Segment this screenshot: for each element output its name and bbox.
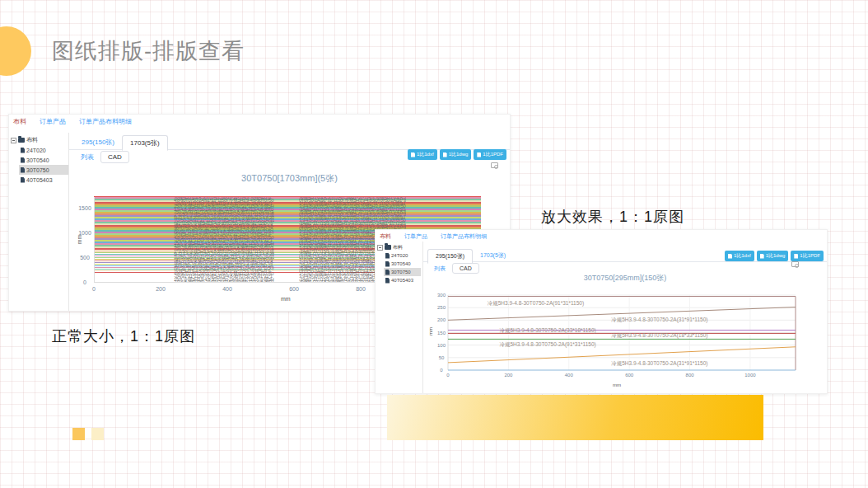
tree-node-40T05403[interactable]: 40T05403 [19, 175, 68, 185]
save-image-icon[interactable] [791, 261, 799, 267]
top-tab-订单产品[interactable]: 订单产品 [404, 233, 427, 239]
x-tick-label: 0 [92, 286, 96, 292]
slide: 图纸排版-排版查看 布料订单产品订单产品布料明细 布料24T02030T0540… [0, 0, 868, 488]
export-button-1比1dwg[interactable]: 1比1dwg [440, 149, 472, 160]
collapse-icon[interactable] [11, 138, 16, 143]
tree-node-label: 30T0540 [391, 261, 411, 266]
x-axis-title: mm [281, 296, 291, 302]
export-button-label: 1比1dwg [449, 151, 469, 158]
x-tick-label: 1000 [744, 373, 755, 378]
size-tab-295(150张)[interactable]: 295(150张) [427, 249, 473, 264]
export-button-1比1PDF[interactable]: 1比1PDF [474, 149, 506, 160]
caption-zoom-effect: 放大效果，1：1原图 [541, 207, 684, 227]
size-tabs: 295(150张)1703(5张) [69, 134, 510, 150]
y-axis-title: mm [77, 235, 82, 245]
tree-node-30T0750[interactable]: 30T0750 [384, 268, 421, 276]
chart-title: 30T0750[295mm](150张) [423, 273, 827, 284]
top-nav-tabs: 布料订单产品订单产品布料明细 [13, 117, 145, 126]
x-tick-label: 800 [356, 286, 366, 292]
tree-node-30T0750[interactable]: 30T0750 [19, 165, 68, 175]
tree-node-30T0540[interactable]: 30T0540 [19, 155, 68, 165]
export-buttons: 1比1dxf1比1dwg1比1PDF [725, 251, 824, 261]
decorative-square [91, 428, 104, 440]
y-axis-title: mm [428, 327, 433, 336]
view-tab-列表[interactable]: 列表 [74, 151, 100, 163]
document-icon [21, 167, 25, 173]
strip-label: 冷规5H3.9-4.8-30T0750-2A(33*18*1150) [499, 327, 595, 334]
tree-node-24T020[interactable]: 24T020 [19, 145, 68, 155]
document-icon [385, 270, 390, 275]
x-tick-label: 400 [222, 286, 232, 292]
top-tab-订单产品布料明细[interactable]: 订单产品布料明细 [79, 118, 132, 125]
size-tab-1703(5张)[interactable]: 1703(5张) [473, 249, 513, 262]
y-tick-label: 200 [437, 317, 446, 322]
document-icon [21, 177, 25, 183]
file-icon [477, 152, 481, 157]
top-tab-布料[interactable]: 布料 [13, 118, 26, 125]
y-tick-label: 0 [83, 279, 86, 285]
export-buttons: 1比1dxf1比1dwg1比1PDF [408, 149, 506, 160]
file-icon [728, 254, 732, 259]
strip-label: 冷规5H3.9-4.8-30T0750-2A(31*91*1150) [611, 317, 707, 323]
tree-node-label: 24T020 [391, 253, 408, 258]
decorative-square [72, 428, 85, 440]
document-icon [385, 261, 390, 267]
y-axis-line [94, 197, 95, 282]
x-tick-label: 800 [686, 373, 694, 378]
strip-label: 冷规5H3.9-4.8-30T0750-2A(91*31*1150) [488, 300, 584, 307]
file-icon [411, 152, 415, 157]
y-tick-label: 50 [439, 355, 445, 360]
view-tabs: 列表CAD [69, 151, 129, 163]
tree-node-label: 30T0540 [26, 157, 49, 163]
folder-icon [18, 138, 25, 143]
export-button-label: 1比1dxf [417, 151, 434, 158]
view-tab-CAD[interactable]: CAD [100, 151, 129, 163]
top-tab-订单产品布料明细[interactable]: 订单产品布料明细 [441, 233, 487, 239]
y-tick-label: 300 [437, 293, 446, 298]
export-button-label: 1比1dwg [766, 252, 786, 260]
tree-node-root[interactable]: 布料 [9, 135, 68, 145]
strip-label: 冷规5H3.9-4.8-30T0750-2A(18*33*1150) [611, 332, 707, 339]
strip-label: 冷规5H3.9-4.8-30T0750-2A(31*91*1150) [611, 360, 707, 367]
tree-node-label: 24T020 [26, 148, 46, 153]
document-icon [21, 157, 25, 163]
accent-circle [0, 26, 31, 76]
tree-node-root[interactable]: 布料 [376, 243, 421, 251]
app-screenshot-zoomed: 布料订单产品订单产品布料明细 布料24T02030T054030T075040T… [375, 229, 828, 394]
export-button-1比1PDF[interactable]: 1比1PDF [791, 251, 824, 261]
file-icon [760, 254, 764, 259]
x-tick-label: 600 [289, 286, 299, 292]
tree-node-30T0540[interactable]: 30T0540 [384, 260, 421, 268]
save-image-icon[interactable] [491, 162, 498, 168]
y-tick-label: 0 [440, 368, 442, 373]
overlapping-labels-cluster: 冷规5H3.9-4.8-30T0750-2A(91*31*1150) 冷规5H3… [174, 197, 274, 282]
tree-node-label: 布料 [26, 136, 38, 144]
top-nav-tabs: 布料订单产品订单产品布料明细 [380, 232, 500, 241]
tree-node-24T020[interactable]: 24T020 [384, 251, 421, 260]
file-icon [443, 152, 447, 157]
tree-node-label: 布料 [393, 244, 403, 251]
size-tab-295(150张)[interactable]: 295(150张) [74, 135, 122, 149]
tree-node-label: 40T05403 [391, 278, 413, 283]
export-button-1比1dxf[interactable]: 1比1dxf [408, 149, 437, 160]
y-tick-label: 250 [437, 305, 446, 310]
export-button-label: 1比1PDF [483, 151, 503, 158]
material-tree: 布料24T02030T054030T075040T05403 [376, 243, 421, 284]
export-button-label: 1比1dxf [734, 252, 751, 260]
tree-node-label: 40T05403 [26, 177, 53, 183]
x-tick-label: 600 [625, 373, 633, 378]
top-tab-布料[interactable]: 布料 [380, 233, 391, 239]
x-tick-label: 200 [504, 373, 512, 378]
tree-node-40T05403[interactable]: 40T05403 [384, 276, 421, 284]
export-button-1比1dxf[interactable]: 1比1dxf [725, 251, 754, 261]
slide-title: 图纸排版-排版查看 [52, 36, 245, 66]
collapse-icon[interactable] [377, 245, 383, 251]
size-tab-1703(5张)[interactable]: 1703(5张) [122, 135, 168, 151]
folder-icon [385, 245, 391, 250]
chart-title: 30T0750[1703mm](5张) [69, 172, 510, 185]
y-tick-label: 1500 [78, 205, 91, 211]
material-tree: 布料24T02030T054030T075040T05403 [9, 135, 68, 185]
export-button-1比1dwg[interactable]: 1比1dwg [757, 251, 789, 261]
top-tab-订单产品[interactable]: 订单产品 [40, 118, 66, 125]
strip-label: 冷规5H3.9-4.8-30T0750-2A(91*31*1150) [499, 341, 595, 348]
